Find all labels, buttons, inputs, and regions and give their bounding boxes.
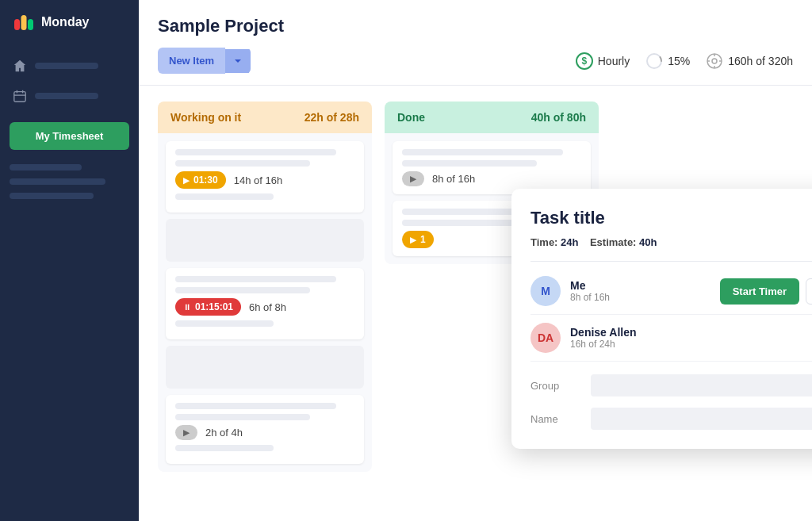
task-skeleton <box>402 160 537 167</box>
member-hours-denise: 16h of 24h <box>570 339 812 350</box>
column-working-header: Working on it 22h of 28h <box>158 102 372 133</box>
popup-member-me: M Me 8h of 16h Start Timer Add Time <box>530 268 812 315</box>
popup-header: Task title $ <box>530 208 812 230</box>
task-timer-row: ⏸ 01:15:01 6h of 8h <box>175 298 354 316</box>
task-skeleton <box>175 160 310 167</box>
hourly-label: Hourly <box>598 55 630 67</box>
popup-title: Task title <box>530 208 605 228</box>
toolbar: New Item $ Hourly 15% <box>158 48 793 74</box>
timer-value: 1 <box>420 234 426 245</box>
timer-badge-running[interactable]: ▶ 1 <box>402 231 434 248</box>
sidebar: Monday My Timesheet <box>0 0 139 521</box>
member-name-me: Me <box>570 279 710 292</box>
sidebar-item-home[interactable] <box>0 51 139 81</box>
popup-time-label: Time: <box>530 236 557 248</box>
sidebar-logo-text: Monday <box>41 15 89 29</box>
popup-field-group: Group <box>530 374 812 396</box>
task-skeleton <box>175 403 336 409</box>
task-timer-row: ▶ 8h of 16h <box>402 171 581 186</box>
new-item-dropdown-button[interactable] <box>225 49 251 73</box>
task-card[interactable]: ▶ 8h of 16h <box>393 141 591 194</box>
hours-label: 160h of 320h <box>728 55 793 67</box>
task-card-gray <box>166 346 364 389</box>
svg-rect-2 <box>28 19 33 30</box>
timer-badge-running[interactable]: ▶ 01:30 <box>175 171 226 189</box>
monday-logo-icon <box>13 11 35 33</box>
timer-badge-idle[interactable]: ▶ <box>175 425 197 440</box>
toolbar-right: $ Hourly 15% <box>576 52 793 70</box>
popup-member-denise: DA Denise Allen 16h of 24h <box>530 315 812 362</box>
task-skeleton <box>175 445 274 451</box>
popup-fields: Group Name <box>530 374 812 430</box>
column-done-header: Done 40h of 80h <box>385 102 599 133</box>
popup-meta: Time: 24h Estimate: 40h <box>530 236 812 248</box>
play-icon: ▶ <box>410 174 416 183</box>
timer-badge-idle[interactable]: ▶ <box>402 171 424 186</box>
new-item-main-button[interactable]: New Item <box>158 48 225 74</box>
start-timer-button[interactable]: Start Timer <box>720 278 799 305</box>
play-icon: ▶ <box>183 428 190 437</box>
timer-value: 01:15:01 <box>195 301 233 312</box>
task-timer-row: ▶ 01:30 14h of 16h <box>175 171 354 189</box>
task-hours: 14h of 16h <box>234 174 282 186</box>
member-info-me: Me 8h of 16h <box>570 279 710 303</box>
popup-estimate-label: Estimate: <box>590 236 637 248</box>
popup-field-label-group: Group <box>530 380 578 392</box>
task-card[interactable]: ▶ 2h of 4h <box>166 395 364 464</box>
svg-rect-0 <box>14 19 20 30</box>
task-popup: Task title $ Time: 24h Estimate: 40h M M… <box>511 189 812 449</box>
popup-divider <box>530 261 812 262</box>
sidebar-nav <box>0 44 139 117</box>
task-card-gray <box>166 219 364 262</box>
task-hours: 8h of 16h <box>432 173 475 185</box>
page-title: Sample Project <box>158 16 793 36</box>
new-item-button-group[interactable]: New Item <box>158 48 251 74</box>
task-card[interactable]: ⏸ 01:15:01 6h of 8h <box>166 268 364 339</box>
member-avatar-denise: DA <box>530 323 561 353</box>
play-icon: ▶ <box>183 176 190 185</box>
timer-value: 01:30 <box>193 174 218 186</box>
column-working-hours: 22h of 28h <box>304 111 359 124</box>
task-skeleton <box>175 287 310 293</box>
add-time-button[interactable]: Add Time <box>806 278 812 305</box>
column-working: Working on it 22h of 28h ▶ 01:30 14h of … <box>158 102 372 472</box>
task-skeleton <box>175 193 274 200</box>
task-skeleton <box>175 149 336 155</box>
svg-rect-1 <box>21 15 27 30</box>
board: Working on it 22h of 28h ▶ 01:30 14h of … <box>139 86 812 521</box>
sidebar-menu-items <box>0 155 139 209</box>
task-skeleton <box>175 320 274 327</box>
task-skeleton <box>175 276 336 282</box>
popup-estimate-value: 40h <box>639 236 657 248</box>
calendar-icon <box>13 89 27 103</box>
task-timer-row: ▶ 2h of 4h <box>175 425 354 440</box>
play-icon: ▶ <box>410 236 416 244</box>
sidebar-item-calendar[interactable] <box>0 81 139 111</box>
timer-badge-paused[interactable]: ⏸ 01:15:01 <box>175 298 241 316</box>
task-card[interactable]: ▶ 01:30 14h of 16h <box>166 141 364 213</box>
task-hours: 2h of 4h <box>205 427 243 439</box>
popup-time-value: 24h <box>561 236 578 248</box>
task-skeleton <box>402 149 563 155</box>
column-done-title: Done <box>397 111 425 124</box>
member-actions-me: Start Timer Add Time <box>720 278 812 305</box>
gear-circle-icon <box>706 52 723 70</box>
task-hours: 6h of 8h <box>249 301 286 313</box>
sidebar-home-label <box>35 63 98 69</box>
hourly-badge[interactable]: $ Hourly <box>576 52 630 70</box>
member-name-denise: Denise Allen <box>570 326 812 339</box>
popup-field-label-name: Name <box>530 413 578 425</box>
popup-field-value-group[interactable] <box>591 374 812 396</box>
svg-rect-3 <box>14 92 25 102</box>
sidebar-menu-item[interactable] <box>10 178 105 185</box>
pause-icon: ⏸ <box>183 303 191 312</box>
column-working-title: Working on it <box>170 111 241 124</box>
popup-field-value-name[interactable] <box>591 408 812 430</box>
sidebar-menu-item[interactable] <box>10 193 94 199</box>
sidebar-menu-item[interactable] <box>10 164 82 170</box>
dollar-circle-icon: $ <box>576 52 593 70</box>
my-timesheet-button[interactable]: My Timesheet <box>10 122 129 150</box>
svg-point-7 <box>647 54 661 68</box>
member-info-denise: Denise Allen 16h of 24h <box>570 326 812 350</box>
svg-point-10 <box>712 59 717 63</box>
